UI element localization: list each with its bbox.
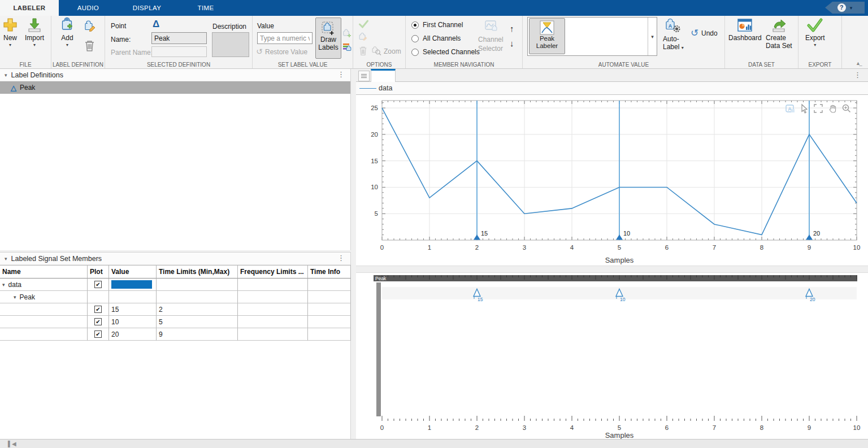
- tab-labeler[interactable]: LABELER: [0, 0, 59, 16]
- panel-menu-icon[interactable]: ⋮: [337, 254, 345, 262]
- draw-labels-button[interactable]: Draw Labels: [315, 18, 341, 59]
- svg-text:5: 5: [618, 424, 621, 431]
- radio-icon: [411, 21, 419, 29]
- svg-text:1: 1: [428, 244, 431, 251]
- svg-text:2: 2: [475, 244, 479, 251]
- value-input[interactable]: [257, 32, 313, 44]
- undo-button[interactable]: Undo: [701, 29, 718, 37]
- svg-text:5: 5: [618, 244, 621, 251]
- plot-checkbox[interactable]: ✔: [94, 330, 102, 338]
- import-button[interactable]: Import ▾: [25, 17, 44, 47]
- peak-marker[interactable]: [616, 234, 623, 240]
- channel-selector-label-1: Channel: [478, 36, 504, 44]
- row-name: Peak: [20, 293, 35, 301]
- table-row[interactable]: ✔105: [0, 316, 350, 328]
- tab-audio[interactable]: AUDIO: [59, 0, 118, 16]
- next-member-button[interactable]: ↓: [510, 38, 514, 48]
- description-field[interactable]: [212, 32, 249, 57]
- display-tab[interactable]: [371, 69, 396, 82]
- col-plot[interactable]: Plot: [88, 265, 109, 279]
- auto-label-icon: A: [665, 18, 682, 34]
- signal-display-panel: ⋮ data 012345678910510152025151020Sample…: [356, 69, 868, 439]
- radio-first-channel[interactable]: First Channel: [411, 21, 463, 29]
- display-menu-icon[interactable]: ⋮: [854, 71, 861, 79]
- svg-text:3: 3: [523, 244, 526, 251]
- dashboard-icon: [737, 18, 753, 33]
- dashboard-button[interactable]: Dashboard: [728, 18, 762, 42]
- col-frequency-limits[interactable]: Frequency Limits ...: [238, 265, 308, 279]
- svg-text:0: 0: [380, 244, 384, 251]
- channel-selector-label-2: Selector: [478, 45, 503, 53]
- plot-checkbox[interactable]: ✔: [94, 281, 102, 288]
- svg-text:9: 9: [808, 244, 811, 251]
- svg-text:9: 9: [808, 424, 811, 431]
- edit-labels-icon: A: [786, 105, 795, 112]
- chevron-down-icon: ▾: [814, 43, 816, 47]
- help-button[interactable]: ? ▾: [825, 2, 865, 14]
- plot-checkbox[interactable]: ✔: [94, 318, 102, 325]
- tree-collapse-icon[interactable]: ▾: [14, 294, 16, 300]
- peak-marker[interactable]: [474, 234, 480, 240]
- name-field[interactable]: [151, 32, 207, 44]
- plot-checkbox[interactable]: ✔: [94, 306, 102, 313]
- new-plus-icon: [2, 17, 18, 33]
- status-bar: ▌◀: [0, 439, 868, 448]
- collapse-panel-icon[interactable]: ▾: [5, 256, 7, 262]
- svg-text:2: 2: [475, 424, 479, 431]
- edit-label-icon[interactable]: [83, 20, 96, 33]
- svg-text:10: 10: [853, 424, 861, 431]
- table-row[interactable]: ✔152: [0, 303, 350, 316]
- label-definitions-header: ▾ Label Definitions ⋮: [0, 69, 350, 81]
- members-table-body: ▾data✔▾Peak✔152✔105✔209: [0, 279, 350, 341]
- peak-label-strip[interactable]: Peak151020012345678910Samples: [356, 273, 868, 439]
- previous-member-button[interactable]: ↑: [510, 24, 514, 33]
- svg-text:15: 15: [481, 230, 488, 237]
- new-button[interactable]: New ▾: [2, 17, 18, 47]
- tree-collapse-icon[interactable]: ▾: [2, 282, 5, 288]
- peak-labeler-button[interactable]: Peak Labeler: [529, 18, 565, 54]
- col-time-limits[interactable]: Time Limits (Min,Max): [157, 265, 238, 279]
- section-data-set: Dashboard Create Data Set DATA SET: [725, 16, 798, 68]
- radio-selected-channels[interactable]: Selected Channels: [411, 48, 480, 56]
- auto-label-button[interactable]: A Auto- Label ▾: [663, 18, 684, 51]
- gallery-dropdown-button[interactable]: ▾: [648, 18, 657, 55]
- table-row[interactable]: ✔209: [0, 328, 350, 341]
- peak-marker[interactable]: [806, 234, 813, 240]
- label-band[interactable]: [374, 275, 857, 281]
- vertical-scrollbar[interactable]: [376, 282, 381, 416]
- signal-plot[interactable]: 012345678910510152025151020Samples A: [356, 95, 868, 266]
- svg-text:4: 4: [570, 244, 574, 251]
- display-list-icon[interactable]: [358, 71, 370, 81]
- delete-label-icon[interactable]: [84, 40, 95, 52]
- table-row[interactable]: ▾data✔: [0, 279, 350, 291]
- svg-text:Samples: Samples: [605, 256, 634, 264]
- table-row[interactable]: ▾Peak: [0, 291, 350, 303]
- col-time-info[interactable]: Time Info: [308, 265, 351, 279]
- collapse-left-panel-icon[interactable]: ▌◀: [8, 441, 16, 447]
- svg-text:Samples: Samples: [605, 431, 634, 439]
- export-button[interactable]: Export ▾: [805, 18, 825, 47]
- cursor-icon: [802, 105, 807, 113]
- selected-value-cell[interactable]: [111, 280, 152, 289]
- radio-all-channels[interactable]: All Channels: [411, 34, 461, 42]
- col-name[interactable]: Name: [0, 265, 88, 279]
- label-list-icon[interactable]: [342, 42, 352, 51]
- parent-name-label: Parent Name:: [111, 49, 153, 56]
- section-options: Zoom OPTIONS: [353, 16, 406, 68]
- undo-icon[interactable]: ↺: [691, 27, 698, 39]
- create-data-set-button[interactable]: Create Data Set: [766, 18, 792, 50]
- chevron-down-icon: ▾: [33, 43, 36, 47]
- collapse-panel-icon[interactable]: ▾: [5, 72, 7, 78]
- tab-display[interactable]: DISPLAY: [118, 0, 176, 16]
- add-label-button[interactable]: Add ▾: [59, 17, 75, 47]
- name-label: Name:: [111, 36, 131, 44]
- tab-time[interactable]: TIME: [176, 0, 235, 16]
- chart-splitter[interactable]: [356, 266, 868, 273]
- svg-text:10: 10: [371, 184, 378, 190]
- axes-toolbar[interactable]: A: [786, 105, 850, 113]
- restore-value-button: Restore Value: [265, 48, 307, 56]
- col-value[interactable]: Value: [109, 265, 157, 279]
- collapse-ribbon-button[interactable]: ▲̲: [856, 60, 863, 66]
- label-definition-item-peak[interactable]: △ Peak: [0, 81, 350, 94]
- panel-menu-icon[interactable]: ⋮: [337, 70, 345, 79]
